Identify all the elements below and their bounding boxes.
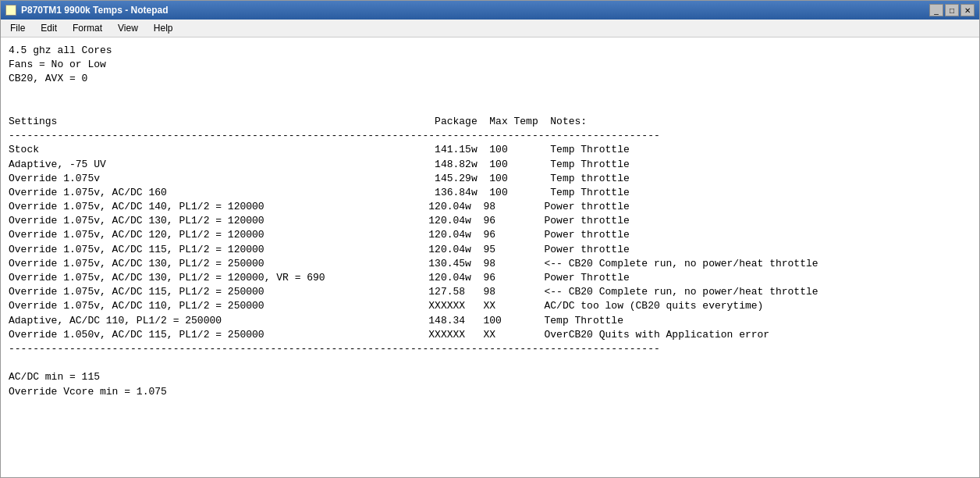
notepad-window: P870TM1 9900k Temps - Notepad _ □ ✕ File… [0,0,980,478]
menu-file[interactable]: File [4,21,31,35]
window-controls: _ □ ✕ [929,4,975,16]
window-title: P870TM1 9900k Temps - Notepad [21,5,169,16]
text-content[interactable]: 4.5 ghz all Cores Fans = No or Low CB20,… [1,37,979,477]
title-bar-left: P870TM1 9900k Temps - Notepad [5,5,169,16]
title-bar: P870TM1 9900k Temps - Notepad _ □ ✕ [1,1,979,20]
menu-view[interactable]: View [112,21,144,35]
menu-help[interactable]: Help [147,21,179,35]
menu-format[interactable]: Format [66,21,108,35]
menu-edit[interactable]: Edit [34,21,63,35]
app-icon [5,5,16,16]
maximize-button[interactable]: □ [945,4,959,16]
close-button[interactable]: ✕ [960,4,975,16]
minimize-button[interactable]: _ [929,4,943,16]
menu-bar: File Edit Format View Help [1,20,979,37]
